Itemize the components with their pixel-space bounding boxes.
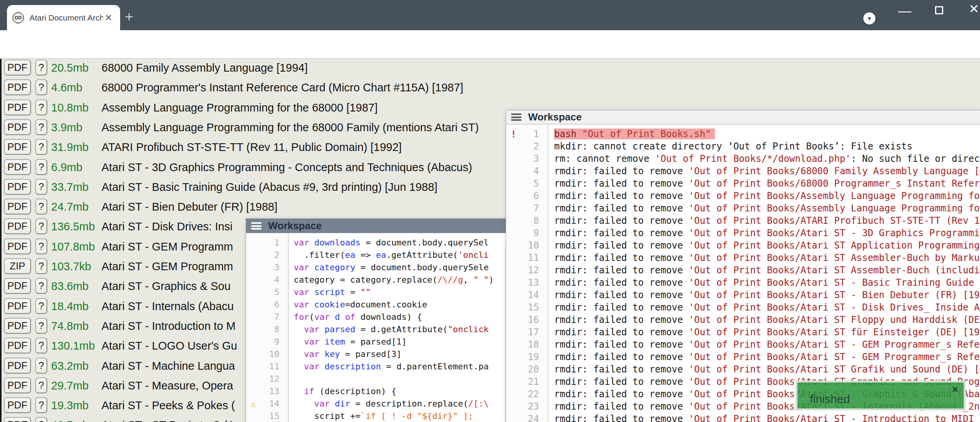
- file-help-button[interactable]: ?: [35, 99, 47, 115]
- warning-marker-icon: ⚠: [251, 398, 256, 410]
- file-type-badge-button[interactable]: PDF: [4, 99, 31, 115]
- file-help-button[interactable]: ?: [35, 377, 47, 393]
- file-type-badge-button[interactable]: PDF: [4, 79, 31, 95]
- file-title-link[interactable]: Atari ST - GEM Programm: [102, 238, 233, 255]
- file-title-link[interactable]: Assembly Language Programming for the 68…: [102, 119, 479, 136]
- file-type-badge-button[interactable]: PDF: [4, 318, 31, 334]
- workspace1-titlebar[interactable]: Workspace: [246, 219, 512, 233]
- file-type-badge-button[interactable]: PDF: [4, 377, 31, 393]
- file-title-link[interactable]: Atari ST - ST Basic to C (A: [102, 417, 235, 422]
- file-title-link[interactable]: Atari ST - Graphics & Sou: [102, 278, 231, 295]
- file-type-badge-button[interactable]: PDF: [4, 338, 31, 353]
- code-line: rmdir: failed to remove 'Out of Print Bo…: [554, 314, 980, 326]
- workspace2-title: Workspace: [528, 111, 582, 123]
- line-number: 11: [246, 361, 288, 372]
- code-line: rm: cannot remove 'Out of Print Books/*/…: [554, 153, 980, 165]
- download-status-icon[interactable]: ▼: [863, 12, 875, 24]
- file-size-label: 74.8mb: [51, 317, 89, 335]
- file-help-button[interactable]: ?: [35, 298, 47, 314]
- line-number: 12: [246, 373, 288, 385]
- file-title-link[interactable]: Atari ST - GEM Programm: [102, 258, 233, 275]
- file-title-link[interactable]: Assembly Language Programming for the 68…: [102, 99, 378, 116]
- window-close-button[interactable]: ✕: [969, 2, 979, 16]
- file-title-link[interactable]: Atari ST - LOGO User's Gu: [102, 337, 237, 354]
- file-size-label: 33.7mb: [51, 178, 89, 196]
- code-line: var category = document.body.querySele: [294, 262, 489, 273]
- file-type-badge-button[interactable]: PDF: [4, 298, 31, 314]
- file-help-button[interactable]: ?: [35, 397, 47, 413]
- file-size-label: 24.7mb: [51, 198, 89, 215]
- file-title-link[interactable]: Atari ST - Machine Langua: [102, 357, 235, 374]
- file-help-button[interactable]: ?: [35, 79, 47, 95]
- file-type-badge-button[interactable]: PDF: [4, 179, 31, 195]
- file-help-button[interactable]: ?: [35, 139, 47, 155]
- line-number: 21: [506, 376, 548, 388]
- file-type-badge-button[interactable]: PDF: [4, 358, 31, 374]
- window-maximize-button[interactable]: [935, 6, 943, 14]
- line-number: 20: [506, 364, 548, 376]
- file-help-button[interactable]: ?: [35, 358, 47, 374]
- file-help-button[interactable]: ?: [35, 179, 47, 195]
- file-help-button[interactable]: ?: [35, 119, 47, 135]
- code-line: var parsed = d.getAttribute("onclick: [294, 324, 489, 335]
- file-type-badge-button[interactable]: ZIP: [4, 258, 31, 274]
- file-title-link[interactable]: Atari ST - Peeks & Pokes (: [102, 397, 235, 414]
- file-type-badge-button[interactable]: PDF: [4, 119, 31, 135]
- workspace2-titlebar[interactable]: Workspace: [506, 110, 980, 125]
- file-type-badge-button[interactable]: PDF: [4, 417, 31, 422]
- file-type-badge-button[interactable]: PDF: [4, 139, 31, 155]
- code-line: rmdir: failed to remove 'Out of Print Bo…: [554, 227, 980, 239]
- file-title-link[interactable]: Atari ST - Bien Debuter (FR) [1988]: [102, 198, 277, 215]
- file-size-label: 103.7kb: [51, 258, 91, 275]
- file-type-badge-button[interactable]: PDF: [4, 238, 31, 254]
- line-number: 12: [506, 264, 548, 276]
- file-help-button[interactable]: ?: [35, 199, 47, 214]
- file-size-label: 10.8mb: [51, 99, 89, 116]
- browser-tab-bar: DD Atari Document Archive (Search F ✕ + …: [0, 0, 980, 30]
- file-help-button[interactable]: ?: [35, 318, 47, 334]
- line-number: 13: [506, 277, 548, 289]
- file-help-button[interactable]: ?: [35, 258, 47, 274]
- file-title-link[interactable]: Atari ST - Measure, Opera: [102, 377, 233, 394]
- file-title-link[interactable]: 68000 Family Assembly Language [1994]: [102, 59, 308, 76]
- window-minimize-button[interactable]: —: [898, 3, 908, 18]
- code-line: rmdir: failed to remove 'Out of Print Bo…: [554, 364, 980, 376]
- menu-hamburger-icon[interactable]: [511, 113, 522, 121]
- browser-tab[interactable]: DD Atari Document Archive (Search F ✕: [7, 5, 120, 30]
- line-number: 11: [506, 252, 548, 264]
- line-number: 2: [246, 249, 288, 261]
- tab-title: Atari Document Archive (Search F: [29, 13, 103, 22]
- file-type-badge-button[interactable]: PDF: [4, 60, 31, 75]
- file-size-label: 136.5mb: [51, 218, 95, 235]
- file-title-link[interactable]: Atari ST - Introduction to M: [102, 317, 236, 335]
- tab-close-icon[interactable]: ✕: [105, 12, 112, 23]
- file-type-badge-button[interactable]: PDF: [4, 199, 31, 214]
- file-title-link[interactable]: Atari ST - Disk Drives: Insi: [102, 218, 233, 235]
- file-title-link[interactable]: Atari ST - 3D Graphics Programming - Con…: [102, 159, 472, 176]
- workspace2-output[interactable]: bash "Out of Print Books.sh"mkdir: canno…: [549, 125, 980, 422]
- file-title-link[interactable]: 68000 Programmer's Instant Reference Car…: [102, 79, 463, 96]
- toast-close-icon[interactable]: ×: [952, 383, 958, 396]
- file-help-button[interactable]: ?: [35, 238, 47, 254]
- file-help-button[interactable]: ?: [35, 159, 47, 175]
- file-help-button[interactable]: ?: [35, 417, 47, 422]
- file-title-link[interactable]: ATARI Profibuch ST-STE-TT (Rev 11, Publi…: [102, 139, 402, 156]
- file-type-badge-button[interactable]: PDF: [4, 218, 31, 234]
- workspace1-code[interactable]: var downloads = document.body.querySel .…: [289, 233, 505, 422]
- code-line: bash "Out of Print Books.sh": [554, 128, 715, 140]
- menu-hamburger-icon[interactable]: [251, 222, 262, 230]
- new-tab-button[interactable]: +: [125, 11, 133, 22]
- file-help-button[interactable]: ?: [35, 60, 47, 75]
- file-help-button[interactable]: ?: [35, 278, 47, 294]
- file-help-button[interactable]: ?: [35, 218, 47, 234]
- site-favicon-icon: DD: [12, 12, 24, 24]
- file-title-link[interactable]: Atari ST - Basic Training Guide (Abacus …: [102, 178, 437, 196]
- error-marker-icon: !: [511, 128, 516, 141]
- file-type-badge-button[interactable]: PDF: [4, 397, 31, 413]
- file-help-button[interactable]: ?: [35, 338, 47, 353]
- file-type-badge-button[interactable]: PDF: [4, 159, 31, 175]
- file-type-badge-button[interactable]: PDF: [4, 278, 31, 294]
- code-line: var downloads = document.body.querySel: [294, 237, 489, 249]
- file-title-link[interactable]: Atari ST - Internals (Abacu: [102, 298, 234, 315]
- file-size-label: 107.8mb: [51, 238, 95, 255]
